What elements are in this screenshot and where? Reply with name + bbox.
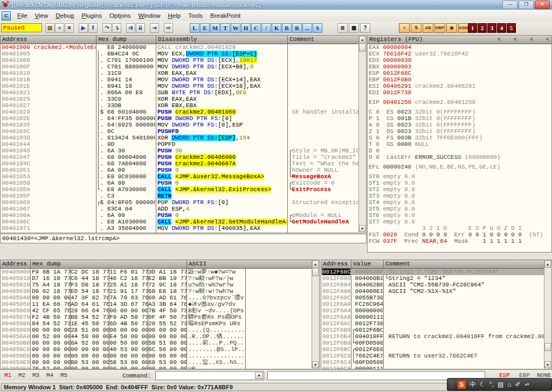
dump-row[interactable]: 004050E000 00 00 00B0 53 00 0058 53 00 0… <box>1 359 312 366</box>
disassembly-row[interactable]: 00401060┌$ 64:8F05 00000000POP DWORD PTR… <box>1 199 358 206</box>
stack-row[interactable]: 0012F68C 004062B6 String1 = "CM2-55B739-… <box>321 269 544 275</box>
scroll-up-arrow[interactable]: ▲ <box>359 36 365 43</box>
menu-item-window[interactable]: Window <box>135 11 164 20</box>
disassembly-row[interactable]: 0040100F│. C781 B8000000 0MOV DWORD PTR … <box>1 64 358 70</box>
registers-line[interactable]: O 0 LastErr ERROR_SUCCESS (00000000) <box>369 154 551 160</box>
punctuation-icon[interactable]: °, <box>489 381 494 388</box>
scroll-down-arrow[interactable]: ▼ <box>359 225 365 232</box>
registers-line[interactable]: ST0 empty 0.0 <box>369 173 551 180</box>
registers-line[interactable]: Z 1 DS 0023 32bit 0(FFFFFFFF) <box>369 128 551 135</box>
disassembly-scrollbar[interactable]: ▲ ▼ <box>358 36 366 232</box>
disassembly-row[interactable]: 0040103C│. 9CPUSHFD <box>1 128 358 135</box>
dump-row[interactable]: 00405000F9 8B 1A 77C2 DC 18 7711 F6 01 7… <box>1 269 312 275</box>
dump-row[interactable]: 00405070F2 4B 50 73B8 54 52 73F9 AD 50 7… <box>1 314 312 320</box>
memory-tab-M2[interactable]: M2 <box>18 372 25 379</box>
close-button[interactable]: ✕ <box>535 1 550 9</box>
stack-scrollbar[interactable]: ▲ ▼ <box>544 261 551 368</box>
toolbox-wrench-icon[interactable]: ✐ <box>515 381 521 388</box>
column-header-value[interactable]: Value <box>351 260 384 268</box>
dump-pane[interactable]: Address Hex dump ASCII 00405000F9 8B 1A … <box>0 260 320 369</box>
disassembly-row[interactable]: 00401009│. C701 17000100MOV DWORD PTR DS… <box>1 57 358 64</box>
dump-row[interactable]: 0040508084 54 52 731E 45 50 736D 4B 50 7… <box>1 320 312 327</box>
disassembly-row[interactable]: 00401071 . A3 35604000MOV DWORD PTR DS:[… <box>1 225 358 232</box>
registers-line[interactable]: S 0 FS 003B 32bit 7FFDE000(FFF) <box>369 135 551 141</box>
stack-row[interactable]: 0012F690 004060B1└String2 = "1234" <box>321 275 544 282</box>
registers-line[interactable]: ST2 empty 0.0 <box>369 186 551 193</box>
ab-compare-icon[interactable]: AB <box>423 23 433 33</box>
bookmark-button-4[interactable]: 4 <box>497 23 506 33</box>
view-button-T[interactable]: T <box>220 23 230 33</box>
disassembly-row[interactable]: 0040101B│. 8941 14MOV DWORD PTR DS:[ECX+… <box>1 76 358 83</box>
disassembly-row[interactable]: 00401035│. 64:8925 00000000MOV DWORD PTR… <box>1 122 358 128</box>
dump-row[interactable]: 0040502075 A4 18 77F3 D8 18 7725 A1 18 7… <box>1 282 312 288</box>
run-icon[interactable]: ▶ <box>79 23 88 33</box>
pause-icon[interactable]: ‖ <box>88 23 98 33</box>
scroll-up-arrow[interactable]: ▲ <box>544 261 551 268</box>
registers-header-marks[interactable]: < < < < <box>498 36 549 44</box>
dump-row[interactable]: 004050A000 52 00 0044 50 00 00E4 50 00 0… <box>1 333 312 340</box>
disassembly-row[interactable]: 0040105A└. E8 A7030000CALL <JMP.&kernel3… <box>1 186 358 193</box>
dump-row[interactable]: 004050C000 00 00 0000 00 00 0040 53 00 0… <box>1 346 312 353</box>
view-button-M[interactable]: M <box>210 23 220 33</box>
registers-line[interactable]: ST3 empty 0.0 <box>369 193 551 199</box>
dump-row[interactable]: 00405030D9 02 18 77ED 54 18 7721 91 17 7… <box>1 288 312 295</box>
open-file-icon[interactable]: ▤ <box>45 23 54 33</box>
disassembly-row[interactable]: 00401021│. 806A 00 E8SUB BYTE PTR DS:[ED… <box>1 89 358 96</box>
asm-icon[interactable]: ASM <box>458 23 469 33</box>
disassembly-pane[interactable]: Address Hex dump Disassembly Comment 004… <box>0 35 367 233</box>
registers-line[interactable]: ST1 empty 0.0 <box>369 180 551 186</box>
memory-tab-M4[interactable]: M4 <box>46 372 53 379</box>
registers-line[interactable]: FST 0020 Cond 0 0 0 0 Err 0 0 1 0 0 0 0 … <box>369 232 551 238</box>
column-header-disassembly[interactable]: Disassembly <box>156 36 288 44</box>
registers-line[interactable]: FCW 037F Prec NEAR,64 Mask 1 1 1 1 1 1 <box>369 238 551 244</box>
scroll-thumb[interactable] <box>312 268 319 276</box>
disassembly-row[interactable]: 00401005│. 8B4C24 0CMOV ECX,DWORD PTR SS… <box>1 51 358 57</box>
stack-list[interactable]: 0012F68C 004062B6 String1 = "CM2-55B739-… <box>321 269 544 369</box>
stack-row[interactable]: 0012F6B0┌0012F6BC <box>321 327 544 333</box>
menu-item-plugins[interactable]: Plugins <box>78 11 106 20</box>
disassembly-row[interactable]: 00401051│. 6A 00PUSH 0│hOwner = NULL <box>1 167 358 173</box>
registers-line[interactable]: P 1 CS 001B 32bit 0(FFFFFFFF) <box>369 115 551 122</box>
stack-row[interactable]: 0012F6B4│004010FF RETURN to crackme2.004… <box>321 333 544 340</box>
animate-over-icon[interactable]: ⇉ <box>126 23 135 33</box>
command-combobox[interactable]: ▼ <box>155 371 264 380</box>
ime-toolbar[interactable]: S中☾°,▤⌂✐ ▴▾ <box>447 378 552 391</box>
menu-item-options[interactable]: Options <box>106 11 135 20</box>
stack-row[interactable]: 0012F6A4 00000000 <box>321 307 544 314</box>
registers-line[interactable]: 3 2 1 0 E S P U O Z D I <box>369 225 551 232</box>
view-button-x[interactable]: / <box>261 23 271 33</box>
crescent-mode-icon[interactable]: ☾ <box>480 381 486 388</box>
watch-icon[interactable]: ◉ <box>446 23 457 33</box>
view-button-C[interactable]: C <box>251 23 261 33</box>
registers-line[interactable]: EBX 00000003 <box>369 64 551 70</box>
registers-pane[interactable]: Registers (FPU) < < < < EAX 00000004ECX … <box>367 35 552 253</box>
column-header-address[interactable]: Address <box>321 260 351 268</box>
stack-row[interactable]: 0012F6BC┌0012F6E8 <box>321 346 544 353</box>
dump-row[interactable]: 004050B000 00 00 008A 52 00 0000 50 00 0… <box>1 340 312 346</box>
registers-line[interactable]: ST6 empty 0.0 <box>369 212 551 219</box>
bookmark-button-2[interactable]: 2 <box>478 23 487 33</box>
input-language-icon[interactable]: 中 <box>470 381 476 388</box>
menu-item-help[interactable]: Help <box>164 11 185 20</box>
mdi-child-icon[interactable]: C <box>2 11 11 20</box>
registers-line[interactable]: D 0 <box>369 148 551 154</box>
stack-row[interactable]: 0012F698 004060E1 ASCII "CM2-%1X-%1X" <box>321 288 544 295</box>
registers-line[interactable]: EDX 00000030 <box>369 57 551 64</box>
memory-tab-M3[interactable]: M3 <box>32 372 39 379</box>
dump-row[interactable]: 0040509000 00 00 0028 51 00 0000 00 00 0… <box>1 327 312 333</box>
dump-row[interactable]: 00405010D7 16 18 77C6 44 18 7746 C2 18 7… <box>1 275 312 282</box>
dump-row[interactable]: 004050D000 00 00 0000 00 00 0000 00 00 0… <box>1 353 312 359</box>
lock-icon[interactable]: ⌂ <box>507 381 511 388</box>
registers-line[interactable]: ST5 empty 0.0 <box>369 206 551 212</box>
fast-trace-icon[interactable]: » <box>399 23 410 33</box>
terminate-icon[interactable]: ✕ <box>65 23 74 33</box>
execute-till-return-icon[interactable]: ⇥ <box>150 23 159 33</box>
disassembly-row[interactable]: 00401029│$ 68 60104000PUSH crackme2.0040… <box>1 109 358 115</box>
disassembly-row[interactable]: 00401044│. 9DPOPFD <box>1 141 358 148</box>
column-header-address[interactable]: Address <box>1 260 31 268</box>
column-header-hexdump[interactable]: Hex dump <box>96 36 156 44</box>
memory-tab-M5[interactable]: M5 <box>60 372 67 379</box>
restart-icon[interactable]: « <box>55 23 64 33</box>
registers-line[interactable]: ECX 76616F42 user32.76616F42 <box>369 51 551 57</box>
disassembly-row[interactable]: 00401019│. 31C0XOR EAX,EAX <box>1 70 358 76</box>
